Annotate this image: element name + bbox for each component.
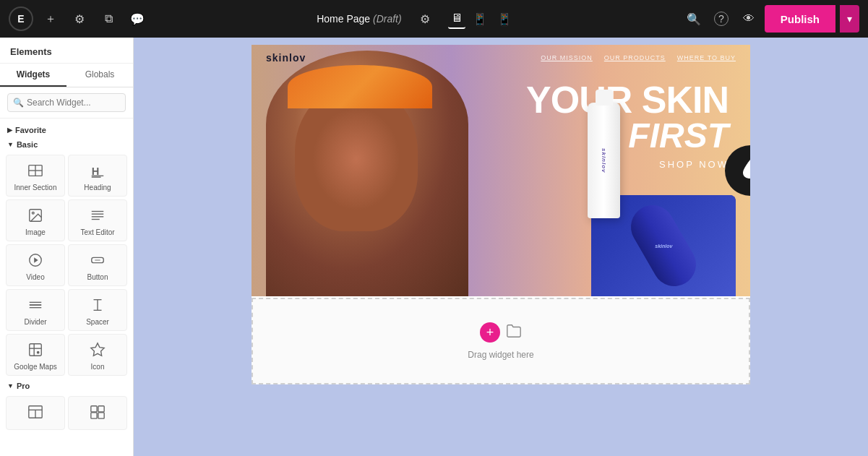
drag-folder-icon: [506, 323, 522, 343]
widget-button[interactable]: Button: [68, 244, 127, 286]
divider-icon: [27, 297, 43, 315]
search-button[interactable]: 🔍: [682, 7, 705, 30]
widget-pro-2[interactable]: [68, 396, 127, 430]
drag-section: + Drag widget here: [252, 298, 750, 384]
widget-image-label: Image: [25, 228, 46, 236]
tablet-icon[interactable]: 📱: [470, 9, 490, 29]
help-button[interactable]: ?: [710, 7, 733, 30]
svg-point-25: [37, 351, 40, 354]
widget-spacer[interactable]: Spacer: [68, 289, 127, 331]
widget-pro-1[interactable]: [6, 396, 65, 430]
chat-button[interactable]: 💬: [126, 7, 149, 30]
svg-rect-30: [91, 406, 97, 412]
widget-divider[interactable]: Divider: [6, 289, 65, 331]
topbar-center: skinlov Home Page (Draft) ⚙ 🖥 📱 📱: [155, 7, 676, 30]
search-input[interactable]: [7, 93, 126, 112]
section-pro[interactable]: ▼ Pro: [0, 379, 133, 393]
mobile-icon[interactable]: 📱: [494, 9, 515, 29]
hero-headline-1: YOUR SKIN: [526, 81, 729, 119]
sidebar: Elements Widgets Globals 🔍 ▶ Favorite ▼ …: [0, 38, 134, 456]
customize-button[interactable]: ⚙: [68, 7, 91, 30]
nav-link-products[interactable]: OUR PRODUCTS: [604, 54, 666, 61]
page-title-label: skinlov Home Page (Draft): [317, 13, 402, 25]
text-editor-icon: [90, 207, 106, 225]
widget-grid-basic: Inner Section H Heading Image: [0, 152, 133, 379]
hero-nav-links: OUR MISSION OUR PRODUCTS WHERE TO BUY: [541, 54, 736, 61]
basic-label: Basic: [17, 140, 38, 149]
svg-rect-33: [98, 413, 104, 418]
main-area: Elements Widgets Globals 🔍 ▶ Favorite ▼ …: [0, 38, 868, 456]
widget-video[interactable]: Video: [6, 244, 65, 286]
drag-add-icon[interactable]: +: [480, 322, 500, 343]
widget-video-label: Video: [26, 273, 44, 281]
google-maps-icon: [27, 342, 43, 360]
product2-tube: skinlov: [623, 197, 704, 294]
search-icon: 🔍: [13, 98, 24, 108]
icon-widget-icon: [90, 342, 106, 360]
add-element-button[interactable]: ＋: [39, 7, 62, 30]
sidebar-search: 🔍: [0, 87, 133, 119]
hero-headline-2: FIRST: [526, 119, 729, 153]
sidebar-header: Elements: [0, 38, 133, 64]
hero-content: YOUR SKIN FIRST SHOP NOW: [526, 81, 729, 170]
preview-button[interactable]: 👁: [737, 7, 760, 30]
section-basic[interactable]: ▼ Basic: [0, 137, 133, 152]
widget-icon[interactable]: Icon: [68, 334, 127, 376]
widget-google-maps[interactable]: Goolge Maps: [6, 334, 65, 376]
widget-text-editor-label: Text Editor: [80, 228, 114, 236]
topbar: E ＋ ⚙ ⧉ 💬 skinlov Home Page (Draft) ⚙ 🖥 …: [0, 0, 868, 38]
headband: [288, 65, 432, 108]
page-settings-button[interactable]: ⚙: [413, 7, 437, 30]
tab-globals[interactable]: Globals: [66, 64, 133, 87]
widget-icon-label: Icon: [91, 363, 105, 371]
tab-widgets[interactable]: Widgets: [0, 64, 66, 87]
favorite-arrow-icon: ▶: [7, 126, 12, 134]
canvas-area: skinlov OUR MISSION OUR PRODUCTS WHERE T…: [134, 38, 868, 456]
widget-divider-label: Divider: [24, 318, 46, 326]
publish-dropdown-button[interactable]: ▾: [840, 5, 859, 33]
hero-nav: skinlov OUR MISSION OUR PRODUCTS WHERE T…: [252, 52, 750, 64]
heading-icon: H: [90, 163, 106, 181]
water-drop-icon: [739, 157, 750, 185]
drag-text: Drag widget here: [468, 350, 533, 360]
product2-label: skinlov: [655, 244, 672, 249]
svg-rect-22: [30, 344, 42, 356]
widget-inner-section-label: Inner Section: [14, 184, 57, 192]
elementor-logo[interactable]: E: [9, 7, 33, 31]
publish-button[interactable]: Publish: [765, 5, 835, 33]
hero-product-bottle: skinlov: [588, 103, 620, 218]
gear-icon: ⚙: [420, 12, 430, 26]
widget-inner-section[interactable]: Inner Section: [6, 155, 65, 197]
nav-link-mission[interactable]: OUR MISSION: [541, 54, 593, 61]
svg-marker-13: [34, 257, 38, 262]
hero-person-silhouette: [266, 51, 468, 296]
widget-button-label: Button: [87, 273, 108, 281]
desktop-icon[interactable]: 🖥: [448, 9, 465, 29]
svg-text:H: H: [92, 165, 100, 177]
sidebar-tabs: Widgets Globals: [0, 64, 133, 87]
drag-icons: +: [480, 322, 522, 343]
svg-rect-31: [98, 406, 104, 412]
svg-marker-26: [91, 343, 104, 356]
pro-arrow-icon: ▼: [7, 382, 14, 390]
plus-icon: ＋: [45, 12, 56, 27]
face: [295, 87, 418, 231]
image-icon: [27, 207, 43, 225]
layers-icon: ⧉: [105, 12, 113, 25]
svg-point-7: [32, 212, 34, 214]
page-name: Home Page: [317, 13, 370, 25]
inner-section-icon: [27, 163, 43, 181]
help-icon: ?: [714, 12, 729, 26]
chat-icon: 💬: [130, 12, 145, 26]
hero-section: skinlov OUR MISSION OUR PRODUCTS WHERE T…: [252, 45, 750, 296]
hero-person-area: [252, 51, 497, 296]
search-icon: 🔍: [687, 12, 701, 26]
basic-arrow-icon: ▼: [7, 141, 14, 148]
layers-button[interactable]: ⧉: [97, 7, 120, 30]
section-favorite[interactable]: ▶ Favorite: [0, 123, 133, 137]
widget-google-maps-label: Goolge Maps: [14, 363, 56, 371]
widget-image[interactable]: Image: [6, 199, 65, 241]
widget-text-editor[interactable]: Text Editor: [68, 199, 127, 241]
nav-link-where[interactable]: WHERE TO BUY: [677, 54, 736, 61]
widget-heading[interactable]: H Heading: [68, 155, 127, 197]
